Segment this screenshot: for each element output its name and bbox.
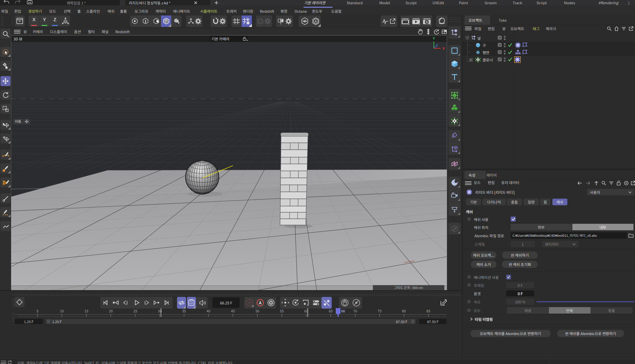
svg-text:A: A bbox=[315, 20, 317, 23]
svg-text:Z: Z bbox=[436, 44, 438, 48]
svg-text:그리드 간격 : 500 cm: 그리드 간격 : 500 cm bbox=[394, 285, 423, 290]
svg-text:Y: Y bbox=[433, 37, 435, 41]
svg-text:X: X bbox=[443, 47, 445, 51]
svg-text:A: A bbox=[259, 301, 262, 305]
svg-text:이동: 이동 bbox=[15, 119, 21, 124]
